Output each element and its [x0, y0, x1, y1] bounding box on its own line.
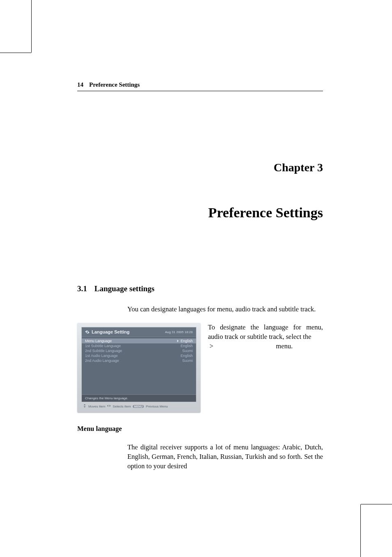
crop-mark-bottom-v: [360, 504, 361, 557]
footer-previous: Previous Menu: [146, 405, 168, 408]
crop-mark-top-h: [0, 53, 31, 53]
section-number: 3.1: [77, 284, 87, 293]
side-paragraph: To designate the language for menu, audi…: [208, 323, 323, 351]
screenshot-datetime: Aug 31 2005 18:28: [165, 330, 193, 334]
list-item: 1st Subtitle Language English: [82, 343, 196, 348]
screenshot-title: Language Setting: [92, 329, 129, 334]
screenshot-list: Menu Language English 1st Subtitle Langu…: [82, 337, 196, 394]
list-item: 2nd Subtitle Language Suomi: [82, 348, 196, 353]
list-item-label: 2nd Audio Language: [85, 359, 119, 363]
list-item-value: Suomi: [182, 349, 193, 353]
embedded-screenshot: Language Setting Aug 31 2005 18:28 Menu …: [77, 323, 201, 412]
list-item-value: Suomi: [182, 359, 193, 363]
page-content: 14 Preference Settings Chapter 3 Prefere…: [77, 81, 323, 471]
body-paragraph: The digital receiver supports a lot of m…: [127, 443, 323, 471]
arrow-right-icon: [177, 340, 179, 342]
screenshot-hint: Changes the Menu language.: [82, 394, 196, 402]
crop-mark-top-v: [31, 0, 32, 53]
menu-pill: MENU: [133, 405, 144, 408]
crop-mark-bottom-h: [361, 504, 392, 504]
list-item: Menu Language English: [82, 338, 196, 343]
leftright-icon: [107, 404, 111, 408]
page-number: 14: [77, 81, 83, 88]
side-text-2: menu.: [276, 342, 293, 350]
list-item-label: Menu Language: [85, 339, 112, 343]
section-heading: 3.1 Language settings: [77, 284, 323, 293]
list-item-label: 1st Audio Language: [85, 354, 118, 358]
list-item-label: 2nd Subtitle Language: [85, 349, 122, 353]
chapter-title: Preference Settings: [77, 205, 323, 221]
running-head: 14 Preference Settings: [77, 81, 323, 91]
running-head-title: Preference Settings: [89, 81, 140, 88]
screenshot-empty-area: [82, 363, 196, 393]
subheading: Menu language: [77, 425, 323, 433]
intro-paragraph: You can designate languages for menu, au…: [127, 305, 323, 314]
footer-selects: Selects Item: [113, 405, 131, 408]
list-item: 1st Audio Language English: [82, 353, 196, 358]
greater-than-symbol: >: [210, 342, 213, 350]
updown-icon: [83, 404, 86, 408]
list-item-value: English: [180, 344, 193, 348]
section-title: Language settings: [95, 284, 154, 293]
chapter-label: Chapter 3: [77, 161, 323, 174]
list-item-value: English: [180, 354, 193, 358]
footer-moves: Moves Item: [88, 405, 105, 408]
figure-row: Language Setting Aug 31 2005 18:28 Menu …: [77, 323, 323, 412]
screenshot-panel: Language Setting Aug 31 2005 18:28 Menu …: [81, 327, 196, 402]
side-text-1: To designate the language for menu, audi…: [208, 323, 323, 341]
list-item-label: 1st Subtitle Language: [85, 344, 121, 348]
screenshot-footer: Moves Item Selects Item MENU Previous Me…: [81, 402, 196, 409]
gear-icon: [85, 330, 90, 334]
list-item: 2nd Audio Language Suomi: [82, 358, 196, 363]
screenshot-titlebar: Language Setting Aug 31 2005 18:28: [82, 327, 196, 337]
list-item-value: English: [180, 339, 193, 343]
